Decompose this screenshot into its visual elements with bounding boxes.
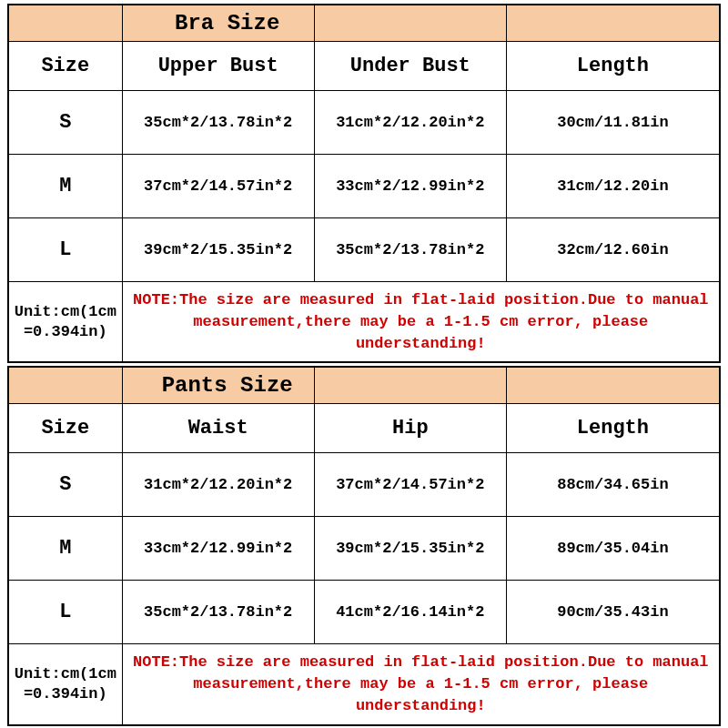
- unit-line-2: =0.394in): [24, 323, 107, 340]
- table-row: M 37cm*2/14.57in*2 33cm*2/12.99in*2 31cm…: [8, 155, 720, 218]
- size-label: S: [8, 453, 122, 517]
- unit-cell: Unit:cm(1cm =0.394in): [8, 644, 122, 725]
- data-cell: 31cm/12.20in: [506, 155, 720, 218]
- data-cell: 32cm/12.60in: [506, 218, 720, 282]
- note-cell: NOTE:The size are measured in flat-laid …: [122, 282, 720, 363]
- table-header-row: Pants Size: [8, 367, 720, 404]
- data-cell: 37cm*2/14.57in*2: [314, 453, 506, 517]
- data-cell: 39cm*2/15.35in*2: [122, 218, 314, 282]
- table-row: S 35cm*2/13.78in*2 31cm*2/12.20in*2 30cm…: [8, 91, 720, 155]
- size-label: S: [8, 91, 122, 155]
- data-cell: 39cm*2/15.35in*2: [314, 517, 506, 581]
- data-cell: 41cm*2/16.14in*2: [314, 581, 506, 644]
- col-header-waist: Waist: [122, 404, 314, 453]
- note-cell: NOTE:The size are measured in flat-laid …: [122, 644, 720, 725]
- col-header-length: Length: [506, 404, 720, 453]
- bra-size-table: Bra Size Size Upper Bust Under Bust Leng…: [7, 4, 721, 363]
- header-blank: [506, 367, 720, 404]
- col-header-size: Size: [8, 404, 122, 453]
- data-cell: 35cm*2/13.78in*2: [314, 218, 506, 282]
- data-cell: 89cm/35.04in: [506, 517, 720, 581]
- table-title: Pants Size: [122, 367, 314, 404]
- size-label: L: [8, 581, 122, 644]
- table-row: L 39cm*2/15.35in*2 35cm*2/13.78in*2 32cm…: [8, 218, 720, 282]
- col-header-upper-bust: Upper Bust: [122, 42, 314, 91]
- table-row: S 31cm*2/12.20in*2 37cm*2/14.57in*2 88cm…: [8, 453, 720, 517]
- data-cell: 35cm*2/13.78in*2: [122, 91, 314, 155]
- col-header-under-bust: Under Bust: [314, 42, 506, 91]
- unit-cell: Unit:cm(1cm =0.394in): [8, 282, 122, 363]
- data-cell: 88cm/34.65in: [506, 453, 720, 517]
- note-row: Unit:cm(1cm =0.394in) NOTE:The size are …: [8, 644, 720, 725]
- data-cell: 37cm*2/14.57in*2: [122, 155, 314, 218]
- header-blank: [8, 367, 122, 404]
- header-blank: [8, 5, 122, 42]
- table-header-row: Bra Size: [8, 5, 720, 42]
- unit-line-1: Unit:cm(1cm: [15, 665, 116, 682]
- col-header-length: Length: [506, 42, 720, 91]
- col-header-hip: Hip: [314, 404, 506, 453]
- size-label: M: [8, 517, 122, 581]
- data-cell: 31cm*2/12.20in*2: [314, 91, 506, 155]
- header-blank: [314, 5, 506, 42]
- column-header-row: Size Waist Hip Length: [8, 404, 720, 453]
- data-cell: 30cm/11.81in: [506, 91, 720, 155]
- data-cell: 90cm/35.43in: [506, 581, 720, 644]
- data-cell: 33cm*2/12.99in*2: [122, 517, 314, 581]
- header-blank: [506, 5, 720, 42]
- data-cell: 33cm*2/12.99in*2: [314, 155, 506, 218]
- note-row: Unit:cm(1cm =0.394in) NOTE:The size are …: [8, 282, 720, 363]
- pants-size-table: Pants Size Size Waist Hip Length S 31cm*…: [7, 366, 721, 725]
- unit-line-2: =0.394in): [24, 685, 107, 703]
- size-label: M: [8, 155, 122, 218]
- size-label: L: [8, 218, 122, 282]
- column-header-row: Size Upper Bust Under Bust Length: [8, 42, 720, 91]
- table-row: M 33cm*2/12.99in*2 39cm*2/15.35in*2 89cm…: [8, 517, 720, 581]
- unit-line-1: Unit:cm(1cm: [15, 303, 116, 320]
- table-row: L 35cm*2/13.78in*2 41cm*2/16.14in*2 90cm…: [8, 581, 720, 644]
- table-title: Bra Size: [122, 5, 314, 42]
- col-header-size: Size: [8, 42, 122, 91]
- data-cell: 31cm*2/12.20in*2: [122, 453, 314, 517]
- data-cell: 35cm*2/13.78in*2: [122, 581, 314, 644]
- header-blank: [314, 367, 506, 404]
